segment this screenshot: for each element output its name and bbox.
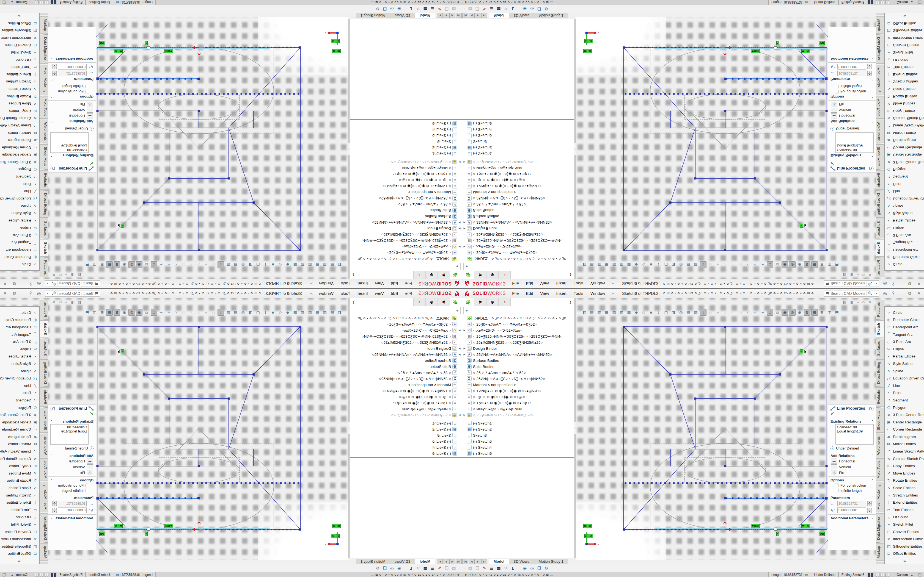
eye-dot-icon[interactable]: ⊙ <box>128 309 135 316</box>
tree-item-sketch[interactable]: ◺Sketch3 <box>462 139 574 145</box>
tree-item[interactable]: ▱○ ·◎+○ ⊛ ◉⟨○ ◦ ○⟩◉ ⊛ ○+◎·○ <box>350 394 462 400</box>
menu-insert[interactable]: Insert <box>354 289 372 298</box>
angle-input[interactable] <box>837 508 866 513</box>
tab-configurationmanager[interactable]: ⊕ <box>425 298 438 306</box>
tool-3-point-center-recta-[interactable]: ◈3 Point Center Recta... <box>885 158 924 166</box>
tree-item[interactable]: ▶A○ 25ИN◎◦+A+◎ИNA○ ◦ ○AИN◎+A+◦◎NИ52○ <box>462 219 574 226</box>
tool-sketch-fillet[interactable]: ⌐Sketch Fillet <box>0 521 39 528</box>
search-box[interactable]: ⬒ 🔍 ▼ <box>45 290 100 297</box>
tool-point[interactable]: ▪Point <box>0 181 39 188</box>
tool-fit-spline[interactable]: ◟Fit Spline <box>0 56 39 64</box>
user-avatar-icon[interactable]: ◎ <box>880 281 889 286</box>
tool-intersection-curve[interactable]: ≋Intersection Curve <box>0 34 39 42</box>
minimize-button[interactable]: – <box>19 291 27 296</box>
view-box-icon[interactable]: ■ <box>270 309 276 316</box>
tool-segment[interactable]: ∷Segment <box>885 396 924 404</box>
normal-to-icon[interactable]: ↧ <box>655 261 662 268</box>
tool-centerpoint-arc[interactable]: ◠Centerpoint Arc <box>0 323 39 331</box>
ghost-4-icon[interactable]: ∕ <box>730 261 736 268</box>
tab-propertymanager[interactable]: ⚑ <box>438 271 450 279</box>
relation-badge-mirror[interactable]: ⧄ <box>121 224 124 228</box>
tab-mold-tools[interactable]: Mold Tools <box>876 96 884 119</box>
search-icon[interactable]: 🔍 <box>50 291 57 296</box>
prev-view-icon[interactable]: ◧ <box>336 261 343 268</box>
tree-item[interactable]: ▶⟲○ ʌ▴◎+25◦Ɔ○ ◦ ○Ɔ◦52+◎▴ʌ○ <box>350 327 462 333</box>
relation-item[interactable]: Collinear108 <box>837 148 872 152</box>
paint-icon[interactable]: ✎ <box>436 566 443 571</box>
tab-mesh-modeling[interactable]: Mesh Modeling <box>876 482 884 512</box>
add-relation-fix[interactable]: ⚓Fix <box>831 470 874 475</box>
doc-next-icon[interactable]: ◨ <box>850 273 853 277</box>
close-button[interactable]: ✕ <box>914 281 924 286</box>
tab-direct-editing[interactable]: Direct Editing <box>876 359 884 386</box>
checkbox-icon[interactable] <box>86 484 89 487</box>
menu-edit[interactable]: Edit <box>522 289 536 298</box>
tool-stretch-entities[interactable]: ↔Stretch Entities <box>885 78 924 86</box>
tool-fit-spline[interactable]: ◟Fit Spline <box>0 514 39 521</box>
search-box[interactable]: ⬒ 🔍 ▼ <box>45 280 100 287</box>
option-infinite-length[interactable]: Infinite length <box>50 84 89 89</box>
tab-markup[interactable]: Markup <box>40 16 48 34</box>
tree-item[interactable]: ▶A○ 25ИN◎◦+A+◎ИNA○ ◦ ○AИN◎+A+◦◎NИ52○ <box>350 219 462 226</box>
add-relation-vertical[interactable]: |Vertical <box>831 108 874 113</box>
search-input[interactable] <box>58 291 94 296</box>
arrows-pressed-icon[interactable]: ⇅ <box>113 309 120 316</box>
restore-button[interactable]: ⧉ <box>905 291 914 296</box>
tool-style-spline[interactable]: ∿Style Spline <box>0 210 39 217</box>
tree-filter-box[interactable]: ▼ <box>351 307 460 314</box>
ok-check-icon[interactable]: ✔ <box>830 161 874 166</box>
rollback-bar-end[interactable] <box>462 457 574 458</box>
tab-surfaces[interactable]: Surfaces <box>876 339 884 358</box>
axis-color-icon[interactable]: Ŀ <box>407 6 414 11</box>
restore-button[interactable]: ⧉ <box>10 291 19 296</box>
tree-item[interactable]: ▶⟲○ ʌ▴◎+25◦Ɔ○ ◦ ○Ɔ◦52+◎▴ʌ○ <box>350 244 462 250</box>
pages-icon[interactable]: ❐ <box>443 566 450 571</box>
options-header[interactable]: Options⌃ <box>830 478 874 482</box>
view-cube-3-icon[interactable]: ▦ <box>314 309 321 316</box>
relation-badge-eq109-b[interactable]: =109 <box>114 49 123 53</box>
expand-icon[interactable]: ▶ <box>462 347 467 350</box>
tool-line[interactable]: ╱Line <box>0 382 39 389</box>
relation-badge-eq109-a[interactable]: =109 <box>165 49 173 53</box>
tool-offset-entities[interactable]: ⊏Offset Entities <box>885 550 924 558</box>
view-cube-1-icon[interactable]: ▤ <box>329 309 336 316</box>
tool-center-rectangle[interactable]: ▣Center Rectangle <box>0 419 39 426</box>
tab-nav-1[interactable]: ◀ <box>468 13 475 18</box>
rollback-bar[interactable] <box>462 158 574 158</box>
tree-item[interactable]: ⬢Solid Bodies <box>350 364 462 369</box>
tab-markup[interactable]: Markup <box>876 543 884 561</box>
tree-item[interactable]: ▱○ +ИN◎▴÷○ ⊛ ◉⟨○ ◦ ○⟩◉ ⊛ ○÷▴◎NИ+○ <box>350 388 462 394</box>
tool-polygon[interactable]: ⬠Polygon <box>0 404 39 411</box>
tree-item[interactable]: ◔○ 25▴◎25ИNƷƐ25○ ◦ ○25ƐƷNИ25◎▴25○ <box>350 232 462 238</box>
add-relation-horizontal[interactable]: —Horizontal <box>831 459 874 464</box>
ghost-2-icon[interactable]: ⌐ <box>715 261 721 268</box>
model-tab-motion-study-1[interactable]: Motion Study 1 <box>356 13 390 18</box>
tree-item-sketch[interactable]: ◺(-) Sketch4 <box>350 127 462 133</box>
tree-root-item[interactable]: 🧩TЯPDL2.⊙ ƷƐ ⊙ Ш ⊙ ◦ ⊙ + ⊙ ƆƆ ⊙ ƷƐ ⊙ ÷ ⊙… <box>462 315 574 321</box>
tree-item[interactable]: ⌙○ ИN◦ϱ6◦▴◎○ ◦ ○◎▴◦6ϱ◦NИ○ <box>350 165 462 171</box>
search-input[interactable] <box>830 291 866 296</box>
relation-badge-mirror[interactable]: ⧄ <box>800 349 803 353</box>
c-pressed-icon[interactable]: ⊂ <box>767 309 773 316</box>
tool-3-point-arc[interactable]: ◡3 Point Arc <box>885 338 924 345</box>
filter-icon[interactable]: ⧩ <box>414 6 422 11</box>
search-box[interactable]: ⬒ 🔍 ▼ <box>824 290 879 297</box>
tree-item[interactable]: ▶🗀Design Binder <box>462 226 574 232</box>
tree-item-sketch[interactable]: ▦(-) Sketch6 <box>350 121 462 127</box>
grid-end-icon[interactable]: ▦ <box>811 309 818 316</box>
tab-nav-2[interactable]: ▶ <box>475 13 481 18</box>
tab-evaluate[interactable]: Evaluate <box>876 170 884 190</box>
tab-displaymanager[interactable]: ◔ <box>414 271 425 279</box>
tool-silhouette-entities[interactable]: ◫Silhouette Entities <box>0 543 39 550</box>
tree-item-sketch[interactable]: ◺(-) Sketch4 <box>462 127 574 133</box>
minimize-button[interactable]: – <box>897 281 905 286</box>
tool-fit-spline[interactable]: ◟Fit Spline <box>885 514 924 521</box>
model-tab-3d-views[interactable]: 3D Views <box>390 13 415 18</box>
tool-silhouette-entities[interactable]: ◫Silhouette Entities <box>885 27 924 34</box>
ghost-5-icon[interactable]: ◻ <box>180 309 187 316</box>
tab-featuremanager[interactable]: 🧩 <box>450 298 462 306</box>
tool-line[interactable]: ╱Line <box>0 188 39 195</box>
length-stepper[interactable]: ▲▼ <box>52 71 57 76</box>
tool-circle[interactable]: ○Circle <box>885 261 924 268</box>
search-box[interactable]: ⬒ 🔍 ▼ <box>824 280 879 287</box>
